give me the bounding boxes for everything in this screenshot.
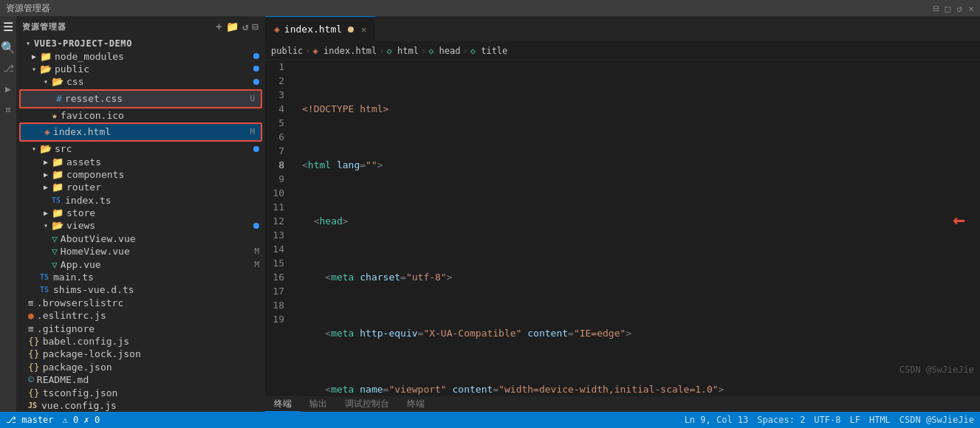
status-ln-col[interactable]: Ln 9, Col 13 xyxy=(685,415,749,425)
tree-index-html[interactable]: ◈ index.html M xyxy=(21,124,261,140)
git-file-icon: ≡ xyxy=(28,323,34,334)
status-csdn: CSDN @SwJieJie xyxy=(900,415,974,425)
tree-css[interactable]: ▾ 📂 css xyxy=(16,75,265,88)
status-branch[interactable]: ⎇ master xyxy=(6,415,54,425)
tree-public[interactable]: ▾ 📂 public xyxy=(16,63,265,75)
router-folder-icon: 📁 xyxy=(52,182,64,193)
css-folder-icon: 📂 xyxy=(52,76,64,87)
csdn-watermark: CSDN @SwJieJie xyxy=(900,365,974,375)
tab-close-button[interactable]: ✕ xyxy=(361,24,366,35)
badge-u: U xyxy=(250,94,255,103)
tree-vue-config[interactable]: JS vue.config.js xyxy=(16,399,265,412)
tab-output[interactable]: 输出 xyxy=(301,396,336,412)
search-icon[interactable]: 🔍 xyxy=(1,40,16,55)
js-icon: JS xyxy=(28,401,37,410)
store-folder-icon: 📁 xyxy=(52,207,64,218)
tab-bar: ◈ index.html ✕ xyxy=(265,16,980,42)
activity-bar: ☰ 🔍 ⎇ ▶ ⊞ xyxy=(0,16,16,412)
red-arrow-annotation: ← xyxy=(953,207,965,232)
src-folder-icon: 📂 xyxy=(40,143,52,154)
badge-dot xyxy=(253,223,259,229)
tree-favicon[interactable]: ★ favicon.ico xyxy=(16,109,265,122)
code-line-5: <meta http-equiv="X-UA-Compatible" conte… xyxy=(302,326,980,340)
explorer-icon[interactable]: ☰ xyxy=(1,19,16,34)
tree-router-index[interactable]: TS index.ts xyxy=(16,194,265,207)
project-name-row[interactable]: ▾ VUE3-PROJECT-DEMO xyxy=(16,37,265,49)
status-spaces[interactable]: Spaces: 2 xyxy=(757,415,805,425)
tree-eslintrc[interactable]: ● .eslintrc.js xyxy=(16,309,265,322)
browserslistrc-icon: ≡ xyxy=(28,297,34,308)
git-icon[interactable]: ⎇ xyxy=(1,61,16,75)
code-lines: <!DOCTYPE html> <html lang=""> <head> xyxy=(296,60,980,396)
refresh-icon[interactable]: ↺ xyxy=(956,3,962,14)
collapse-all-icon[interactable]: ⊟ xyxy=(252,21,259,32)
ts-shims-icon: TS xyxy=(40,286,49,294)
crumb-public[interactable]: public xyxy=(271,46,303,56)
tab-debug-console[interactable]: 调试控制台 xyxy=(336,396,398,412)
tree-views[interactable]: ▾ 📂 views xyxy=(16,219,265,232)
tree-src[interactable]: ▾ 📂 src xyxy=(16,142,265,155)
code-editor[interactable]: 1 2 3 4 5 6 7 8 9 10 11 12 13 14 xyxy=(265,60,980,396)
tsconfig-icon: {} xyxy=(28,387,40,398)
vue-icon2: ▽ xyxy=(52,246,58,257)
eslint-icon: ● xyxy=(28,310,34,321)
tree-assets[interactable]: ▶ 📁 assets xyxy=(16,155,265,168)
crumb-title[interactable]: ◇ title xyxy=(470,46,508,56)
status-lang[interactable]: HTML xyxy=(869,415,891,425)
assets-folder-icon: 📁 xyxy=(52,156,64,168)
tree-home-view[interactable]: ▽ HomeView.vue M xyxy=(16,245,265,258)
tree-app-vue[interactable]: ▽ App.vue M xyxy=(16,258,265,270)
badge-m2: M xyxy=(254,246,259,256)
favicon-icon: ★ xyxy=(52,110,58,121)
close-icon[interactable]: ✕ xyxy=(968,3,974,14)
debug-icon[interactable]: ▶ xyxy=(1,81,16,96)
restore-icon[interactable]: □ xyxy=(945,3,951,14)
tree-tsconfig[interactable]: {} tsconfig.json xyxy=(16,386,265,398)
refresh-tree-icon[interactable]: ↺ xyxy=(242,21,250,32)
tree-resset-css[interactable]: # resset.css U xyxy=(21,91,261,107)
tree-readme[interactable]: © README.md xyxy=(16,373,265,386)
tree-main-ts[interactable]: TS main.ts xyxy=(16,271,265,283)
tree-babel[interactable]: {} babel.config.js xyxy=(16,335,265,348)
vue-icon: ▽ xyxy=(52,233,58,244)
badge-dot xyxy=(253,79,259,85)
new-file-icon[interactable]: + xyxy=(216,21,223,32)
status-eol[interactable]: LF xyxy=(849,415,860,425)
tab-problems[interactable]: 终端 xyxy=(398,396,434,412)
status-errors[interactable]: ⚠ 0 ✗ 0 xyxy=(63,415,100,425)
tree-browserslistrc[interactable]: ≡ .browserslistrc xyxy=(16,297,265,309)
tree-shims[interactable]: TS shims-vue.d.ts xyxy=(16,283,265,296)
badge-dot xyxy=(253,146,259,152)
tree-store[interactable]: ▶ 📁 store xyxy=(16,207,265,219)
vue-app-icon: ▽ xyxy=(52,259,58,270)
title-bar: 资源管理器 ⊟ □ ↺ ✕ xyxy=(0,0,980,16)
tree-package[interactable]: {} package.json xyxy=(16,361,265,373)
tab-terminal[interactable]: 终端 xyxy=(265,396,301,412)
tree-router[interactable]: ▶ 📁 router xyxy=(16,181,265,193)
title-bar-icons: ⊟ □ ↺ ✕ xyxy=(933,3,974,14)
crumb-head[interactable]: ◇ head xyxy=(428,46,460,56)
code-line-3: <head> xyxy=(302,214,980,228)
minimize-icon[interactable]: ⊟ xyxy=(933,3,939,14)
tree-node-modules[interactable]: ▶ 📁 node_modules xyxy=(16,49,265,62)
new-folder-icon[interactable]: 📁 xyxy=(226,21,239,32)
sidebar-header-icons: + 📁 ↺ ⊟ xyxy=(216,21,259,32)
resset-css-highlight-box: # resset.css U xyxy=(19,89,262,108)
views-folder-icon: 📂 xyxy=(52,220,64,231)
tab-label: index.html xyxy=(284,24,342,35)
tree-about-view[interactable]: ▽ AboutView.vue xyxy=(16,232,265,245)
crumb-index-html[interactable]: ◈ index.html xyxy=(313,46,377,56)
explorer-title: 资源管理器 xyxy=(22,21,67,32)
crumb-html[interactable]: ◇ html xyxy=(387,46,419,56)
tree-package-lock[interactable]: {} package-lock.json xyxy=(16,348,265,360)
tree-gitignore[interactable]: ≡ .gitignore xyxy=(16,322,265,334)
md-icon: © xyxy=(28,374,34,385)
tree-components[interactable]: ▶ 📁 components xyxy=(16,168,265,181)
tab-index-html[interactable]: ◈ index.html ✕ xyxy=(265,16,376,42)
extensions-icon[interactable]: ⊞ xyxy=(1,102,16,117)
title-bar-text: 资源管理器 xyxy=(6,2,50,15)
components-folder-icon: 📁 xyxy=(52,169,64,180)
code-line-1: <!DOCTYPE html> xyxy=(302,102,980,116)
status-encoding[interactable]: UTF-8 xyxy=(814,415,840,425)
tab-icon: ◈ xyxy=(274,24,280,35)
